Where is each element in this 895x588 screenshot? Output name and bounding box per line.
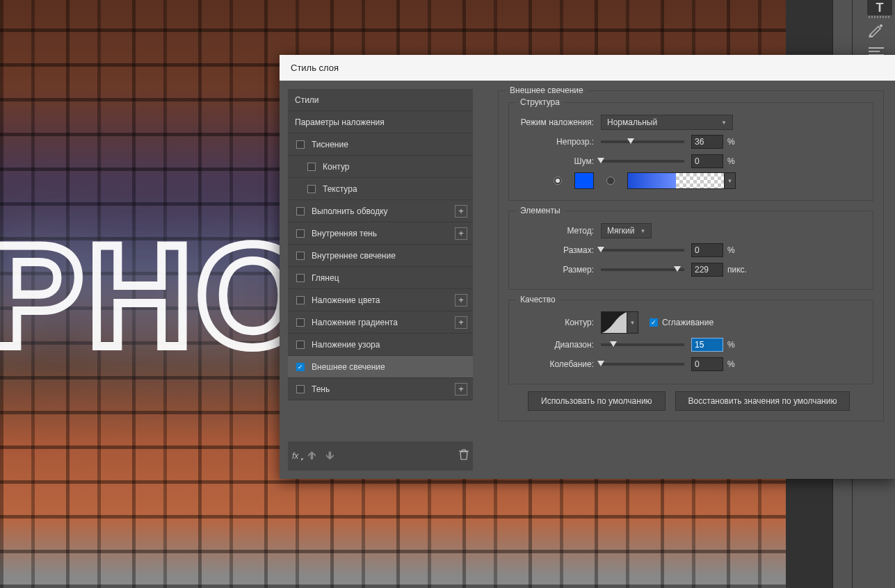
effect-satin[interactable]: Глянец <box>288 267 473 289</box>
add-gradoverlay-icon[interactable]: + <box>455 316 467 329</box>
jitter-input[interactable] <box>691 357 723 371</box>
jitter-slider[interactable] <box>601 363 684 366</box>
gradoverlay-label: Наложение градиента <box>312 318 398 327</box>
checkbox-icon[interactable] <box>296 252 305 260</box>
opacity-slider[interactable] <box>601 140 684 143</box>
blend-mode-dropdown[interactable]: Нормальный▼ <box>601 115 733 130</box>
effect-gradient-overlay[interactable]: Наложение градиента+ <box>288 311 473 334</box>
checkbox-on-icon[interactable] <box>296 363 305 371</box>
size-label: Размер: <box>517 265 601 275</box>
make-default-button[interactable]: Использовать по умолчанию <box>528 391 666 411</box>
blending-options[interactable]: Параметры наложения <box>288 111 473 133</box>
effect-texture[interactable]: Текстура <box>288 178 473 200</box>
range-label: Диапазон: <box>517 340 601 350</box>
elements-group: Элементы Метод: Мягкий▼ Размах: % Размер… <box>508 211 873 290</box>
effect-outer-glow[interactable]: Внешнее свечение <box>288 356 473 378</box>
checkbox-icon[interactable] <box>296 296 305 304</box>
checkbox-icon[interactable] <box>296 385 305 393</box>
glow-color-swatch[interactable] <box>574 172 594 189</box>
blend-mode-label: Режим наложения: <box>517 117 601 127</box>
innerglow-label: Внутреннее свечение <box>312 251 396 261</box>
checkbox-icon[interactable] <box>296 274 305 282</box>
add-coloroverlay-icon[interactable]: + <box>455 294 467 307</box>
checkbox-icon[interactable] <box>296 207 305 215</box>
patternoverlay-label: Наложение узора <box>312 340 380 350</box>
pct-label: % <box>727 359 735 369</box>
blend-mode-value: Нормальный <box>607 117 657 127</box>
texture-label: Текстура <box>323 184 357 194</box>
checkbox-icon[interactable] <box>296 318 305 327</box>
noise-slider[interactable] <box>601 160 684 163</box>
layer-style-dialog: Стиль слоя Стили Параметры наложения Тис… <box>280 55 895 479</box>
effect-contour[interactable]: Контур <box>288 156 473 178</box>
effect-inner-glow[interactable]: Внутреннее свечение <box>288 245 473 267</box>
effect-bevel[interactable]: Тиснение <box>288 133 473 156</box>
contour-dropdown[interactable]: ▼ <box>627 311 638 334</box>
outer-glow-group: Внешнее свечение Структура Режим наложен… <box>498 90 884 421</box>
pct-label: % <box>727 156 735 166</box>
opacity-label: Непрозр.: <box>517 137 601 147</box>
effect-color-overlay[interactable]: Наложение цвета+ <box>288 289 473 311</box>
effect-drop-shadow[interactable]: Тень+ <box>288 378 473 400</box>
noise-label: Шум: <box>517 156 601 166</box>
opacity-input[interactable] <box>691 135 723 149</box>
effects-sidebar: Стили Параметры наложения Тиснение Конту… <box>280 81 481 479</box>
chevron-down-icon: ▼ <box>727 178 733 184</box>
styles-label: Стили <box>295 95 319 105</box>
brushes-panel-icon[interactable] <box>869 24 884 40</box>
contour-picker[interactable] <box>601 311 627 334</box>
color-radio[interactable] <box>554 177 562 185</box>
pct-label: % <box>727 340 735 350</box>
canvas-type-layer: PHO <box>0 212 313 380</box>
chevron-down-icon: ▼ <box>640 228 646 234</box>
effect-pattern-overlay[interactable]: Наложение узора <box>288 334 473 356</box>
technique-dropdown[interactable]: Мягкий▼ <box>601 223 652 238</box>
effect-stroke[interactable]: Выполнить обводку+ <box>288 200 473 222</box>
checkbox-icon[interactable] <box>307 185 316 193</box>
spread-input[interactable] <box>691 243 723 257</box>
effects-footer: fx 🡱 🡳 <box>288 441 473 471</box>
gradient-dropdown[interactable]: ▼ <box>725 172 736 189</box>
range-slider[interactable] <box>601 343 684 346</box>
effect-inner-shadow[interactable]: Внутренняя тень+ <box>288 222 473 245</box>
noise-input[interactable] <box>691 154 723 168</box>
panel-drag-handle[interactable] <box>869 16 889 18</box>
elements-title: Элементы <box>516 206 565 215</box>
technique-label: Метод: <box>517 226 601 236</box>
add-dropshadow-icon[interactable]: + <box>455 383 467 395</box>
svg-point-0 <box>880 24 882 27</box>
size-input[interactable] <box>691 263 723 277</box>
spread-slider[interactable] <box>601 249 684 252</box>
type-tool-icon[interactable]: T <box>867 0 892 15</box>
glow-gradient-swatch[interactable] <box>627 172 725 189</box>
add-stroke-icon[interactable]: + <box>455 205 467 218</box>
contour-label: Контур: <box>517 318 601 327</box>
move-down-icon[interactable]: 🡳 <box>325 450 334 462</box>
antialias-checkbox[interactable] <box>650 318 658 327</box>
antialias-label: Сглаживание <box>662 318 713 327</box>
checkbox-icon[interactable] <box>296 140 305 149</box>
structure-title: Структура <box>516 97 564 107</box>
coloroverlay-label: Наложение цвета <box>312 295 380 305</box>
checkbox-icon[interactable] <box>296 229 305 238</box>
checkbox-icon[interactable] <box>296 341 305 349</box>
delete-effect-icon[interactable] <box>459 449 469 463</box>
size-slider[interactable] <box>601 268 684 271</box>
styles-header[interactable]: Стили <box>288 89 473 111</box>
technique-value: Мягкий <box>607 226 635 236</box>
reset-default-button[interactable]: Восстановить значения по умолчанию <box>675 391 850 411</box>
add-innershadow-icon[interactable]: + <box>455 227 467 240</box>
dropshadow-label: Тень <box>312 384 330 394</box>
stroke-label: Выполнить обводку <box>312 206 388 216</box>
range-input[interactable] <box>691 338 723 352</box>
move-up-icon[interactable]: 🡱 <box>307 450 316 462</box>
blendopts-label: Параметры наложения <box>295 117 385 127</box>
chevron-down-icon: ▼ <box>721 120 727 126</box>
outer-glow-title: Внешнее свечение <box>506 85 588 95</box>
gradient-radio[interactable] <box>606 177 615 185</box>
fx-menu-icon[interactable]: fx <box>292 451 298 461</box>
checkbox-icon[interactable] <box>307 163 316 171</box>
spread-label: Размах: <box>517 245 601 255</box>
dialog-titlebar[interactable]: Стиль слоя <box>280 55 895 81</box>
quality-title: Качество <box>516 295 560 304</box>
